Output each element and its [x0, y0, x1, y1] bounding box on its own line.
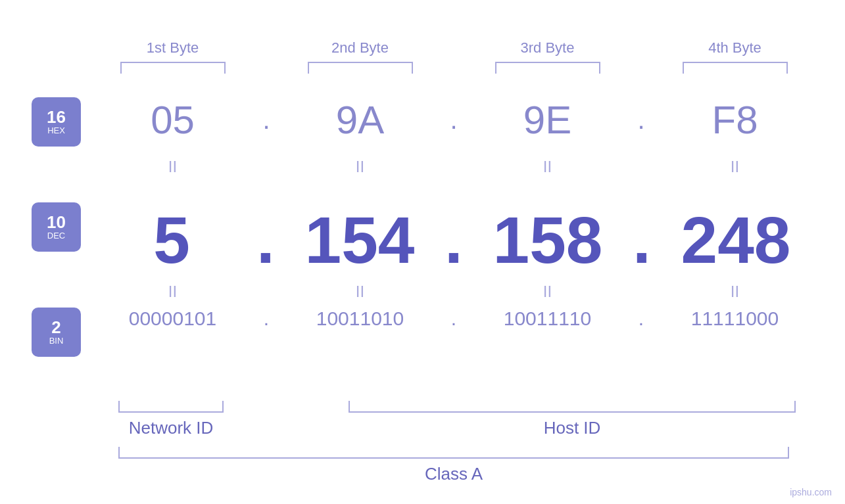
col-2nd-bracket: [308, 62, 413, 74]
dec-row: 5 . 154 . 158 . 248: [92, 202, 815, 278]
network-id-section: Network ID: [92, 401, 250, 438]
dec-dot-3: .: [629, 202, 655, 278]
dec-dot-2: .: [441, 202, 467, 278]
dec-val-2-cell: 154: [280, 202, 439, 278]
dec-val-1: 5: [153, 202, 190, 278]
hex-badge-label: HEX: [47, 126, 65, 136]
equals-row-top: II II II II: [92, 158, 815, 176]
class-bracket: [118, 447, 789, 459]
eq-1-bot: II: [92, 283, 253, 301]
network-id-label: Network ID: [129, 418, 214, 438]
hex-val-1: 05: [151, 97, 195, 143]
dec-val-2: 154: [305, 202, 415, 278]
col-1st-bracket: [120, 62, 226, 74]
bin-badge-label: BIN: [49, 336, 64, 346]
watermark: ipshu.com: [790, 487, 832, 497]
dec-badge-number: 10: [47, 214, 66, 231]
bin-badge: 2 BIN: [32, 308, 81, 357]
col-3rd-label: 3rd Byte: [521, 39, 575, 57]
col-1st-byte: 1st Byte: [92, 39, 253, 74]
main-container: 16 HEX 10 DEC 2 BIN 1st Byte 2nd Byte 3r…: [0, 0, 845, 504]
col-1st-label: 1st Byte: [147, 39, 199, 57]
column-headers: 1st Byte 2nd Byte 3rd Byte 4th Byte: [92, 39, 815, 74]
hex-row: 05 . 9A . 9E . F8: [92, 97, 815, 143]
network-id-bracket: [118, 401, 224, 413]
hex-val-4-cell: F8: [654, 97, 815, 143]
bin-val-2-cell: 10011010: [279, 308, 441, 330]
hex-dot-2: .: [441, 105, 467, 135]
eq-4-bot: II: [654, 283, 815, 301]
hex-val-3-cell: 9E: [467, 97, 628, 143]
bin-val-1: 00000101: [129, 308, 216, 330]
dec-val-4: 248: [681, 202, 791, 278]
bin-val-1-cell: 00000101: [92, 308, 253, 330]
host-id-section: Host ID: [329, 401, 815, 438]
class-row: Class A: [92, 447, 815, 484]
dec-badge: 10 DEC: [32, 202, 81, 252]
id-labels: Network ID Host ID: [92, 401, 815, 438]
eq-2-top: II: [279, 158, 441, 176]
col-4th-label: 4th Byte: [708, 39, 761, 57]
hex-val-2: 9A: [336, 97, 384, 143]
eq-1-top: II: [92, 158, 253, 176]
hex-badge: 16 HEX: [32, 97, 81, 147]
col-3rd-byte: 3rd Byte: [467, 39, 628, 74]
dec-val-3: 158: [493, 202, 603, 278]
bin-val-3-cell: 10011110: [467, 308, 628, 330]
eq-4-top: II: [654, 158, 815, 176]
hex-val-1-cell: 05: [92, 97, 253, 143]
dec-val-1-cell: 5: [92, 202, 251, 278]
equals-row-bottom: II II II II: [92, 283, 815, 301]
hex-val-3: 9E: [523, 97, 571, 143]
eq-3-top: II: [467, 158, 628, 176]
bin-dot-2: .: [441, 308, 467, 330]
host-id-bracket: [349, 401, 796, 413]
col-4th-byte: 4th Byte: [654, 39, 815, 74]
hex-badge-number: 16: [47, 108, 66, 126]
hex-dot-3: .: [628, 105, 654, 135]
hex-dot-1: .: [253, 105, 279, 135]
id-row: Network ID Host ID: [92, 401, 815, 438]
class-label: Class A: [425, 464, 483, 484]
bin-val-4: 11111000: [691, 308, 779, 330]
bin-badge-number: 2: [51, 319, 60, 336]
bin-dot-3: .: [628, 308, 654, 330]
eq-3-bot: II: [467, 283, 628, 301]
host-id-label: Host ID: [544, 418, 601, 438]
col-4th-bracket: [683, 62, 788, 74]
bin-val-4-cell: 11111000: [654, 308, 815, 330]
dec-val-4-cell: 248: [656, 202, 815, 278]
dec-val-3-cell: 158: [468, 202, 627, 278]
hex-val-2-cell: 9A: [279, 97, 441, 143]
dec-dot-1: .: [253, 202, 279, 278]
eq-2-bot: II: [279, 283, 441, 301]
bin-val-3: 10011110: [504, 308, 591, 330]
bin-dot-1: .: [253, 308, 279, 330]
col-3rd-bracket: [495, 62, 600, 74]
col-2nd-label: 2nd Byte: [331, 39, 389, 57]
col-2nd-byte: 2nd Byte: [279, 39, 441, 74]
dec-badge-label: DEC: [47, 231, 65, 241]
bin-val-2: 10011010: [316, 308, 404, 330]
hex-val-4: F8: [712, 97, 758, 143]
bin-row: 00000101 . 10011010 . 10011110 . 1111100…: [92, 308, 815, 330]
